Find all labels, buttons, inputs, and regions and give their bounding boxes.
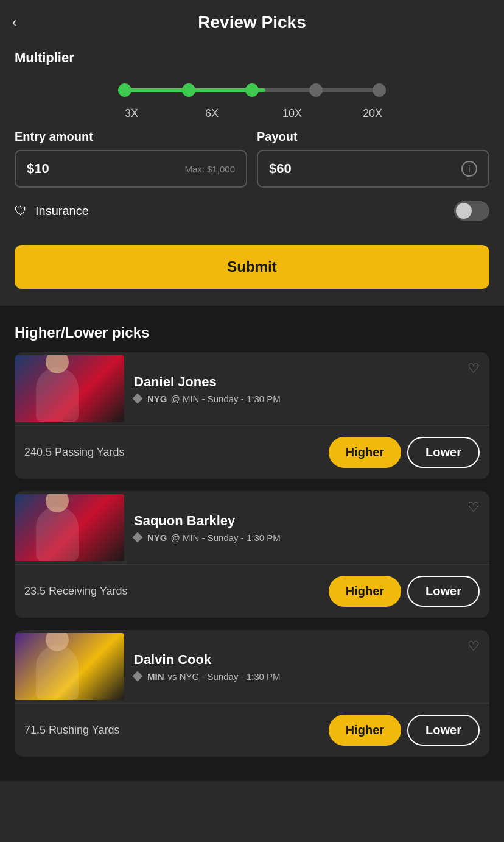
slider-dot-1[interactable] [118,83,131,97]
player-name-saquon-barkley: Saquon Barkley [134,513,480,529]
pick-card-top-3: Dalvin Cook MIN vs NYG - Sunday - 1:30 P… [15,630,489,703]
entry-label: Entry amount [15,130,247,144]
pick-card-bottom-2: 23.5 Receiving Yards Higher Lower [15,564,489,618]
submit-button[interactable]: Submit [15,245,489,289]
team-diamond-icon-3 [133,671,143,682]
page-title: Review Picks [198,13,306,32]
player-name-dalvin-cook: Dalvin Cook [134,652,480,668]
game-detail-2: @ MIN - Sunday - 1:30 PM [171,532,281,543]
info-icon[interactable]: i [461,161,477,177]
slider-dot-4[interactable] [309,83,323,97]
shield-icon: 🛡 [15,204,27,218]
pick-card-daniel-jones: Daniel Jones NYG @ MIN - Sunday - 1:30 P… [15,352,489,479]
pick-buttons-1: Higher Lower [329,437,480,468]
team-diamond-icon-1 [133,394,143,404]
pick-stat-3: 71.5 Rushing Yards [24,724,119,737]
player-body-3 [36,645,79,700]
player-image-saquon-barkley [15,494,124,561]
pick-card-saquon-barkley: Saquon Barkley NYG @ MIN - Sunday - 1:30… [15,491,489,618]
lower-button-2[interactable]: Lower [407,576,480,607]
favorite-icon-2[interactable]: ♡ [467,500,480,515]
slider-label-6x: 6X [198,107,225,120]
slider-labels: 3X 6X 10X 20X [118,107,386,120]
higher-button-2[interactable]: Higher [329,576,401,607]
player-image-dalvin-cook [15,633,124,700]
insurance-toggle[interactable] [454,201,489,221]
lower-button-1[interactable]: Lower [407,437,480,468]
player-image-daniel-jones [15,355,124,422]
multiplier-slider[interactable]: 3X 6X 10X 20X [15,78,489,120]
player-head-2 [46,494,69,512]
player-info-dalvin-cook: Dalvin Cook MIN vs NYG - Sunday - 1:30 P… [124,652,480,682]
insurance-label: Insurance [35,204,446,218]
payout-value: $60 [269,161,292,177]
game-detail-3: vs NYG - Sunday - 1:30 PM [168,671,281,682]
pick-card-bottom-3: 71.5 Rushing Yards Higher Lower [15,703,489,757]
lower-button-3[interactable]: Lower [407,715,480,746]
section-divider [0,306,504,312]
player-name-daniel-jones: Daniel Jones [134,374,480,390]
toggle-knob [456,203,472,219]
pick-card-top-2: Saquon Barkley NYG @ MIN - Sunday - 1:30… [15,491,489,564]
player-body-1 [36,367,79,422]
multiplier-section: Multiplier 3X 6X 10X 20X Entry amount [0,40,504,230]
header: ‹ Review Picks [0,0,504,40]
slider-dots [118,83,386,97]
favorite-icon-3[interactable]: ♡ [467,639,480,654]
higher-button-1[interactable]: Higher [329,437,401,468]
slider-dot-2[interactable] [182,83,195,97]
back-button[interactable]: ‹ [12,15,16,30]
pick-card-bottom-1: 240.5 Passing Yards Higher Lower [15,425,489,479]
player-figure-3 [21,633,94,700]
pick-card-dalvin-cook: Dalvin Cook MIN vs NYG - Sunday - 1:30 P… [15,630,489,757]
payout-label: Payout [257,130,489,144]
player-info-daniel-jones: Daniel Jones NYG @ MIN - Sunday - 1:30 P… [124,374,480,404]
slider-dot-3[interactable] [245,83,259,97]
slider-label-20x: 20X [359,107,386,120]
team-2: NYG [147,532,167,543]
amounts-row: Entry amount $10 Max: $1,000 Payout $60 … [15,130,489,188]
player-figure-1 [21,355,94,422]
picks-title: Higher/Lower picks [15,324,489,341]
player-head-3 [46,633,69,651]
team-3: MIN [147,671,164,682]
game-info-dalvin-cook: MIN vs NYG - Sunday - 1:30 PM [134,671,480,682]
slider-label-10x: 10X [279,107,306,120]
pick-buttons-2: Higher Lower [329,576,480,607]
team-1: NYG [147,394,167,404]
picks-section: Higher/Lower picks Daniel Jones NYG @ MI… [0,312,504,781]
game-info-daniel-jones: NYG @ MIN - Sunday - 1:30 PM [134,394,480,404]
higher-button-3[interactable]: Higher [329,715,401,746]
entry-value: $10 [27,161,49,177]
entry-input-box[interactable]: $10 Max: $1,000 [15,150,247,188]
game-detail-1: @ MIN - Sunday - 1:30 PM [171,394,281,404]
pick-stat-1: 240.5 Passing Yards [24,446,124,459]
player-body-2 [36,506,79,561]
player-head-1 [46,355,69,373]
slider-label-3x: 3X [118,107,145,120]
pick-buttons-3: Higher Lower [329,715,480,746]
game-info-saquon-barkley: NYG @ MIN - Sunday - 1:30 PM [134,532,480,543]
player-info-saquon-barkley: Saquon Barkley NYG @ MIN - Sunday - 1:30… [124,513,480,543]
pick-stat-2: 23.5 Receiving Yards [24,585,127,598]
payout-col: Payout $60 i [257,130,489,188]
multiplier-label: Multiplier [15,50,489,66]
payout-input-box: $60 i [257,150,489,188]
player-figure-2 [21,494,94,561]
favorite-icon-1[interactable]: ♡ [467,361,480,377]
slider-dot-5[interactable] [373,83,386,97]
insurance-row: 🛡 Insurance [15,201,489,221]
pick-card-top-1: Daniel Jones NYG @ MIN - Sunday - 1:30 P… [15,352,489,425]
entry-col: Entry amount $10 Max: $1,000 [15,130,247,188]
team-diamond-icon-2 [133,532,143,543]
entry-max: Max: $1,000 [184,164,235,174]
